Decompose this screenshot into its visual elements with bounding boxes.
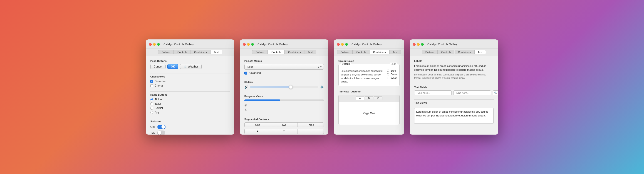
seg-star[interactable]: ★ xyxy=(244,129,271,134)
switch-row-1: Two xyxy=(150,131,230,135)
tab-view-body: Page One xyxy=(338,102,400,125)
radio-wood[interactable]: Wood xyxy=(387,77,397,79)
radio-soldier-label: Soldier xyxy=(155,106,163,110)
push-buttons-title: Push Buttons xyxy=(150,60,230,62)
tab-containers-1[interactable]: Containers xyxy=(191,50,210,54)
tab-controls-4[interactable]: Controls xyxy=(438,50,454,54)
text-field-1[interactable] xyxy=(414,90,452,95)
seg-square[interactable]: □ xyxy=(271,129,297,134)
radio-tinker[interactable] xyxy=(150,98,153,101)
radio-tailor-label: Tailor xyxy=(155,102,161,105)
tab-view-b[interactable]: B xyxy=(365,96,373,100)
radio-row-1[interactable]: Tailor xyxy=(150,102,230,105)
labels-title: Labels xyxy=(414,60,494,62)
progress-spinner-1: ✳ xyxy=(244,103,324,107)
advanced-row: ✓ Advanced xyxy=(244,71,324,75)
radio-steel-btn[interactable] xyxy=(387,70,389,72)
group-box-radio-list: Steel Brass Wood xyxy=(387,69,397,84)
traffic-lights-2 xyxy=(243,43,254,46)
checkbox-distortion-label: Distortion xyxy=(155,80,166,83)
checkbox-chorus[interactable] xyxy=(150,84,153,87)
tab-containers-2[interactable]: Containers xyxy=(285,50,304,54)
label-text-1: Lorem ipsum dolor sit amet, consectetur … xyxy=(414,64,494,72)
tab-buttons-3[interactable]: Buttons xyxy=(337,50,353,54)
cancel-button[interactable]: Cancel xyxy=(150,64,166,69)
radio-soldier[interactable] xyxy=(150,107,153,110)
slider-track[interactable] xyxy=(250,87,318,87)
maximize-button[interactable] xyxy=(157,43,160,46)
tab-containers-4[interactable]: Containers xyxy=(454,50,474,54)
popup-select-input[interactable] xyxy=(244,64,324,70)
text-field-2[interactable] xyxy=(454,90,491,95)
radio-wood-btn[interactable] xyxy=(387,77,389,79)
minimize-button-4[interactable] xyxy=(417,43,420,46)
tab-text-4[interactable]: Text xyxy=(474,50,486,54)
radio-tailor[interactable] xyxy=(150,102,153,105)
tab-buttons-2[interactable]: Buttons xyxy=(252,50,268,54)
radio-row-2[interactable]: Soldier xyxy=(150,106,230,110)
tab-text-1[interactable]: Text xyxy=(210,50,222,54)
tab-text-3[interactable]: Text xyxy=(390,50,401,54)
progress-spinner-2: ✳ xyxy=(244,108,324,112)
weather-button[interactable]: ☁️ Weather xyxy=(180,64,202,69)
divider-8 xyxy=(414,99,494,100)
divider-2 xyxy=(150,91,230,91)
maximize-button-4[interactable] xyxy=(421,43,424,46)
maximize-button-2[interactable] xyxy=(251,43,254,46)
advanced-checkbox[interactable]: ✓ xyxy=(244,72,247,75)
checkbox-row-0[interactable]: ✓ Distortion xyxy=(150,80,230,83)
tab-buttons-4[interactable]: Buttons xyxy=(422,50,438,54)
tab-controls-2[interactable]: Controls xyxy=(268,50,284,54)
maximize-button-3[interactable] xyxy=(345,43,348,46)
text-view[interactable] xyxy=(414,108,494,124)
switch-one[interactable] xyxy=(157,125,166,129)
tab-text-2[interactable]: Text xyxy=(304,50,316,54)
minimize-button-3[interactable] xyxy=(341,43,344,46)
radio-brass[interactable]: Brass xyxy=(387,73,397,76)
divider-5 xyxy=(244,93,324,93)
seg-three[interactable]: Three xyxy=(298,123,324,127)
push-buttons-row: Cancel OK ☁️ Weather xyxy=(150,64,230,69)
sliders-title: Sliders xyxy=(244,81,324,83)
segmented-row-1: One Two Three xyxy=(244,122,324,127)
seg-circle[interactable]: ○ xyxy=(298,129,324,134)
slider-min-icon: 🔊 xyxy=(244,85,248,89)
minimize-button[interactable] xyxy=(153,43,156,46)
tab-view-c[interactable]: C xyxy=(374,96,382,100)
popup-menus-section: Pop-Up Menus ▲▼ ✓ Advanced xyxy=(244,60,324,75)
group-box-text: Lorem ipsum dolor sit amet, consectetur … xyxy=(341,69,383,84)
tab-controls-1[interactable]: Controls xyxy=(174,50,190,54)
divider-4 xyxy=(244,79,324,79)
tab-view-a[interactable]: A xyxy=(356,96,364,100)
radio-steel[interactable]: Steel xyxy=(387,69,397,72)
tab-view-title: Tab View (Custom) xyxy=(338,90,400,93)
close-button-3[interactable] xyxy=(337,43,340,46)
traffic-lights-1 xyxy=(149,43,160,46)
switches-section: Switches One Two xyxy=(150,120,230,135)
ok-button[interactable]: OK xyxy=(167,64,178,69)
radio-row-0[interactable]: Tinker xyxy=(150,98,230,101)
traffic-lights-4 xyxy=(413,43,424,46)
switch-two[interactable] xyxy=(157,131,165,135)
tab-controls-3[interactable]: Controls xyxy=(353,50,370,54)
radio-row-3[interactable]: Spy xyxy=(150,111,230,114)
seg-one[interactable]: One xyxy=(244,123,271,127)
search-wrap: 🔍 xyxy=(493,90,498,95)
seg-two[interactable]: Two xyxy=(271,123,297,127)
checkboxes-section: Checkboxes ✓ Distortion Chorus xyxy=(150,75,230,87)
minimize-button-2[interactable] xyxy=(247,43,250,46)
tab-buttons-1[interactable]: Buttons xyxy=(158,50,174,54)
labels-section: Labels Lorem ipsum dolor sit amet, conse… xyxy=(414,60,494,80)
checkbox-row-1[interactable]: Chorus xyxy=(150,84,230,87)
label-text-2: Lorem ipsum dolor sit amet, consectetur … xyxy=(414,73,494,80)
checkboxes-title: Checkboxes xyxy=(150,75,230,78)
radio-spy[interactable] xyxy=(150,111,153,114)
checkbox-distortion[interactable]: ✓ xyxy=(150,80,153,83)
slider-thumb[interactable] xyxy=(289,85,293,89)
tab-containers-3[interactable]: Containers xyxy=(370,50,389,54)
radio-brass-label: Brass xyxy=(390,73,397,76)
close-button-4[interactable] xyxy=(413,43,416,46)
close-button[interactable] xyxy=(149,43,152,46)
close-button-2[interactable] xyxy=(243,43,246,46)
radio-brass-btn[interactable] xyxy=(387,73,389,76)
